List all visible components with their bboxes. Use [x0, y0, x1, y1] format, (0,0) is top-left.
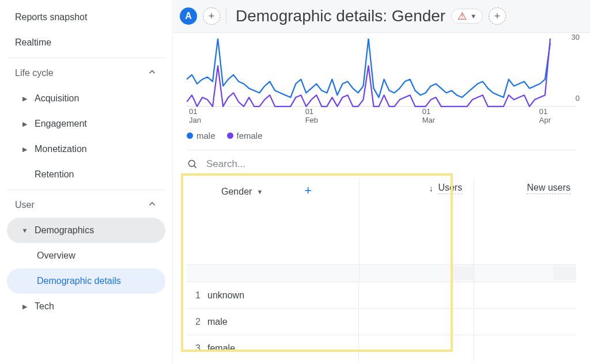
chart-legend: male female [173, 125, 590, 150]
caret-right-icon: ▶ [20, 120, 30, 128]
caret-right-icon: ▶ [20, 95, 30, 103]
sidebar-item-label: Engagement [35, 119, 87, 129]
search-icon [187, 158, 198, 170]
sidebar-item-realtime[interactable]: Realtime [7, 30, 165, 55]
table-row[interactable]: 2 male [187, 308, 576, 335]
page-title: Demographic details: Gender [236, 7, 445, 25]
table-search [173, 150, 590, 178]
data-table: Gender ▼ + ↓ Users New users [187, 178, 576, 361]
sidebar-item-label: Retention [35, 169, 74, 180]
line-chart: 30 0 01Jan 01Feb 01Mar 01Apr [187, 39, 576, 125]
sidebar-item-label: Monetization [35, 144, 87, 154]
legend-female[interactable]: female [227, 131, 263, 141]
avatar-letter: A [185, 11, 192, 21]
sidebar-section-user[interactable]: User [7, 192, 165, 218]
column-header-new-users[interactable]: New users [474, 178, 576, 264]
divider [7, 189, 165, 190]
sidebar-item-label: Acquisition [35, 93, 79, 104]
caret-down-icon: ▼ [20, 227, 30, 234]
x-tick: 01Jan [189, 107, 201, 125]
value-placeholder [451, 266, 474, 280]
sidebar-item-tech[interactable]: ▶ Tech [7, 294, 165, 319]
value-placeholder [553, 266, 576, 280]
sidebar-item-monetization[interactable]: ▶ Monetization [7, 136, 165, 162]
chart-svg [187, 39, 576, 108]
sidebar-section-label: User [15, 200, 35, 210]
sort-desc-icon: ↓ [429, 183, 433, 193]
sidebar-item-label: Reports snapshot [15, 12, 87, 22]
totals-row [187, 264, 576, 282]
report-card: 30 0 01Jan 01Feb 01Mar 01Apr male female [173, 32, 590, 364]
caret-down-icon: ▼ [470, 13, 476, 20]
customize-report-button[interactable]: + [489, 7, 506, 25]
table-row[interactable]: 3 female [187, 335, 576, 361]
row-label: male [207, 317, 228, 327]
sidebar-item-label: Overview [37, 251, 75, 261]
dimension-label: Gender [221, 187, 252, 197]
sidebar-item-label: Demographics [35, 225, 94, 236]
sidebar-item-demographic-details[interactable]: Demographic details [7, 268, 165, 294]
caret-right-icon: ▶ [20, 303, 30, 310]
data-threshold-indicator[interactable]: ⚠ ▼ [451, 9, 483, 24]
y-axis-bottom: 0 [576, 94, 580, 103]
swatch-icon [227, 132, 233, 139]
chevron-up-icon [147, 199, 157, 211]
sidebar-item-reports-snapshot[interactable]: Reports snapshot [7, 5, 165, 30]
divider [7, 58, 165, 58]
sidebar-item-label: Demographic details [37, 276, 121, 286]
caret-down-icon: ▼ [256, 188, 263, 195]
svg-point-1 [188, 160, 195, 166]
metric-label: Users [438, 183, 462, 194]
metric-label: New users [527, 183, 570, 194]
main: A + Demographic details: Gender ⚠ ▼ + 30… [173, 0, 590, 364]
sidebar-item-demographics[interactable]: ▼ Demographics [7, 218, 165, 243]
sidebar-section-life-cycle[interactable]: Life cycle [7, 60, 165, 86]
sidebar: Reports snapshot Realtime Life cycle ▶ A… [0, 0, 173, 364]
x-tick: 01Feb [305, 107, 318, 125]
add-dimension-button[interactable]: + [300, 183, 316, 199]
row-index: 3 [187, 343, 207, 354]
row-label: female [207, 343, 235, 354]
warning-triangle-icon: ⚠ [457, 11, 467, 21]
caret-right-icon: ▶ [20, 146, 30, 153]
legend-male[interactable]: male [187, 131, 215, 141]
divider [226, 7, 226, 25]
avatar[interactable]: A [180, 7, 197, 25]
header: A + Demographic details: Gender ⚠ ▼ + [173, 0, 590, 32]
dimension-column-header: Gender ▼ + [187, 178, 359, 264]
sidebar-item-engagement[interactable]: ▶ Engagement [7, 111, 165, 136]
sidebar-item-overview[interactable]: Overview [7, 243, 165, 268]
sidebar-item-label: Tech [35, 301, 54, 312]
x-tick: 01Mar [422, 107, 435, 125]
chevron-up-icon [147, 67, 157, 79]
column-header-users[interactable]: ↓ Users [359, 178, 474, 264]
sidebar-item-label: Realtime [15, 37, 51, 48]
row-index: 2 [187, 317, 207, 327]
sidebar-item-retention[interactable]: Retention [7, 162, 165, 187]
plus-icon: + [209, 10, 215, 22]
row-index: 1 [187, 290, 207, 301]
add-comparison-button[interactable]: + [203, 7, 220, 25]
plus-icon: + [494, 10, 501, 22]
swatch-icon [187, 132, 193, 139]
y-axis-top: 30 [572, 33, 580, 41]
sidebar-section-label: Life cycle [15, 68, 54, 78]
table-row[interactable]: 1 unknown [187, 282, 576, 308]
x-tick: 01Apr [539, 107, 551, 125]
search-input[interactable] [206, 158, 379, 170]
x-axis-ticks: 01Jan 01Feb 01Mar 01Apr [187, 107, 553, 125]
sidebar-item-acquisition[interactable]: ▶ Acquisition [7, 86, 165, 111]
row-label: unknown [207, 290, 244, 301]
dimension-selector[interactable]: Gender ▼ [221, 187, 263, 197]
svg-line-2 [194, 166, 196, 168]
